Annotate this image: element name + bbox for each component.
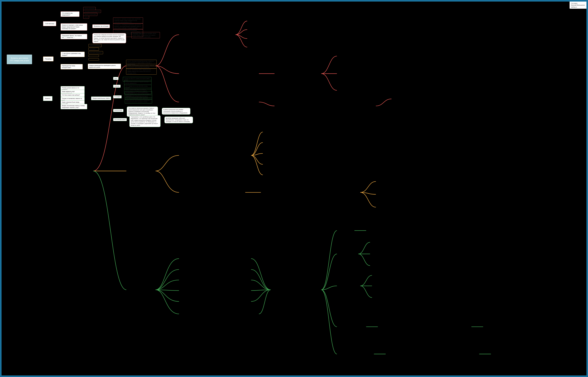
seller-q2-leaf-1: Усилия. Отдаривайте вопрос в работу, заб… xyxy=(126,64,157,69)
client-consult-result: В демонстрационном зале вживую показывае… xyxy=(162,108,190,115)
owner-q3-leaf: Каталоги с образцами для фабрик обоев. Л… xyxy=(131,32,160,38)
owner-q3: Продолжите фразы: "мы первые, кто…", "то… xyxy=(61,34,87,39)
client-regular-quote: "Заказываем у этого дизайнера давно. Мы … xyxy=(129,115,161,127)
client-consult-label: Консультация xyxy=(113,109,123,112)
owner-q2-sub: Возможны три ситуации xyxy=(92,24,110,28)
owner-q1: Что конкретно вы предлагаете? xyxy=(61,12,79,17)
client-stock-label: Наличие xyxy=(113,85,121,88)
mindmap-canvas: Составил Евгений Малышенко kpblog.ru xyxy=(1,1,587,376)
seller-q2-leaf-2: Время. Нанимание OPEX терминальный эффек… xyxy=(126,68,157,75)
client-price-label: Цена xyxy=(113,77,119,80)
client-regular-label: Постоянный клиент xyxy=(113,118,127,121)
owner-q1-leaf-2: Бухучёт на аутсорсе xyxy=(83,13,97,16)
client-q-5: Вопрос постоянному клиенту: почему продо… xyxy=(61,104,87,109)
owner-q3-quote: "Только мы в Иванове печатаем каталоги п… xyxy=(92,33,126,43)
seller-q1: С чем обычно сравнивают ваш продукт? xyxy=(61,52,85,57)
client-geo-label: География xyxy=(113,95,122,98)
attribution-line1: Составил xyxy=(571,2,585,4)
seller-q1-leaf-0: Конкретный бренд xyxy=(89,44,101,47)
client-answers-title: Предположительные ответы xyxy=(91,96,111,100)
attribution-line3: kpblog.ru xyxy=(571,6,585,8)
client-geo-leaf-2: Единственные грузоперевоз в Кемерово с а… xyxy=(125,99,152,103)
seller-q1-leaf-4 xyxy=(89,58,99,60)
branch-client: Клиенту xyxy=(43,96,52,101)
owner-q2-leaf-0: Ситуация 1. Человек осознал свою проблем… xyxy=(113,17,143,24)
seller-q1-leaf-3 xyxy=(89,55,99,57)
client-stock-leaf-0: Стабильные поставки от одной голов до ва… xyxy=(124,80,151,85)
connector-wires xyxy=(1,1,587,376)
owner-q1-leaf-0: Печать каталогов xyxy=(83,7,96,10)
seller-q2: Преимущества перед конкурентами? xyxy=(61,64,83,69)
owner-q1-leaf-1: Поставка пиломатериалов xyxy=(83,10,101,13)
owner-q1-leaf-3: Бетон xyxy=(83,16,89,19)
branch-seller: Продавцу xyxy=(43,57,54,61)
attribution-box: Составил Евгений Малышенко kpblog.ru xyxy=(570,1,587,9)
client-regular-result: Дизайнер продающих сайтов для микробизне… xyxy=(165,117,193,123)
seller-q1-leaf-2: Штатный специалист xyxy=(89,51,103,54)
seller-q1-leaf-1: Категория xyxy=(89,47,99,50)
root-node: Вопросы для поиска УТП товара или услуги xyxy=(7,55,32,64)
client-q-2: Что было важно при выборе? xyxy=(61,93,85,97)
seller-q2-sub: Каждое преимущество переводим в деньги, … xyxy=(88,64,121,69)
attribution-line2: Евгений Малышенко xyxy=(571,4,585,6)
branch-owner: Собственнику xyxy=(43,21,56,26)
owner-q2: Зачем это покупают: в чём польза вашего … xyxy=(61,24,87,31)
owner-q2-leaf-1: Ситуация 2. Очевидная проблема. Достаточ… xyxy=(113,23,143,29)
